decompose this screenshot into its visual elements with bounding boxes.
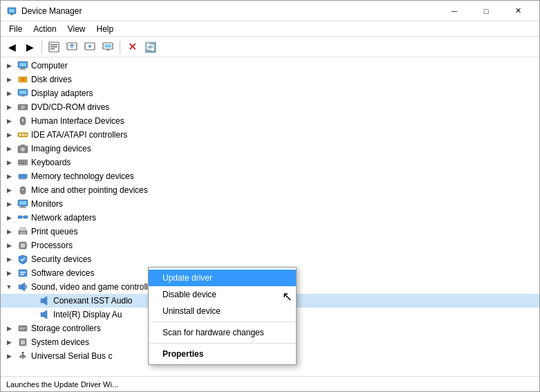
tree-item-network[interactable]: ▶ Network adapters	[1, 211, 539, 225]
maximize-button[interactable]: □	[470, 1, 502, 21]
memory-label: Memory technology devices	[31, 171, 134, 181]
update-driver-button[interactable]	[64, 39, 80, 55]
expand-software[interactable]: ▶	[3, 268, 15, 279]
svg-rect-78	[22, 328, 26, 328]
expand-mice[interactable]: ▶	[3, 185, 15, 196]
expand-imaging[interactable]: ▶	[3, 143, 15, 154]
svg-rect-58	[24, 216, 28, 218]
expand-security[interactable]: ▶	[3, 254, 15, 265]
tree-item-mice[interactable]: ▶ Mice and other pointing devices	[1, 183, 539, 197]
ctx-scan-hardware[interactable]: Scan for hardware changes	[149, 324, 296, 341]
tree-item-computer[interactable]: ▶ Computer	[1, 59, 539, 73]
disable-icon	[84, 41, 96, 53]
svg-rect-81	[21, 340, 25, 344]
disable-button[interactable]	[82, 39, 98, 55]
svg-rect-6	[50, 48, 55, 50]
expand-usb[interactable]: ▶	[3, 351, 15, 362]
disk-icon	[17, 74, 28, 85]
svg-point-20	[22, 79, 24, 80]
display-label: Display adapters	[31, 88, 93, 98]
properties-button[interactable]	[46, 39, 62, 55]
menu-action[interactable]: Action	[28, 23, 62, 35]
expand-display[interactable]: ▶	[3, 88, 15, 99]
svg-rect-66	[19, 244, 19, 245]
tree-item-monitors[interactable]: ▶ Monitors	[1, 197, 539, 211]
svg-point-30	[19, 134, 21, 136]
svg-point-84	[20, 356, 22, 358]
menu-view[interactable]: View	[62, 23, 91, 35]
expand-computer[interactable]: ▶	[3, 60, 15, 71]
content-area: ▶ Computer ▶ Disk drives ▶ Di	[1, 57, 539, 376]
tree-item-memory[interactable]: ▶ Memory technology devices	[1, 169, 539, 183]
ctx-update-driver[interactable]: Update driver	[149, 270, 296, 286]
svg-rect-1	[9, 9, 15, 12]
expand-hid[interactable]: ▶	[3, 115, 15, 127]
mice-label: Mice and other pointing devices	[31, 185, 148, 195]
display-icon	[17, 88, 28, 99]
ctx-separator-1	[149, 321, 296, 322]
network-icon	[17, 212, 28, 223]
menu-file[interactable]: File	[3, 23, 28, 35]
svg-rect-22	[19, 91, 26, 94]
tree-item-ide[interactable]: ▶ IDE ATA/ATAPI controllers	[1, 128, 539, 142]
svg-rect-74	[41, 299, 44, 303]
scan-button[interactable]: 🔄	[142, 39, 158, 55]
expand-monitors[interactable]: ▶	[3, 198, 15, 209]
expand-print[interactable]: ▶	[3, 226, 15, 237]
svg-rect-46	[21, 178, 21, 180]
uninstall-button[interactable]: ✕	[124, 39, 140, 55]
expand-dvd[interactable]: ▶	[3, 102, 15, 113]
computer-icon	[17, 60, 28, 71]
tree-item-processors[interactable]: ▶ Processors	[1, 239, 539, 252]
svg-rect-61	[20, 227, 26, 231]
svg-rect-45	[19, 178, 20, 180]
menu-help[interactable]: Help	[91, 23, 120, 35]
expand-storage[interactable]: ▶	[3, 323, 15, 334]
dvd-label: DVD/CD-ROM drives	[31, 102, 109, 112]
back-button[interactable]: ◀	[3, 39, 20, 55]
close-button[interactable]: ✕	[502, 1, 534, 21]
svg-point-32	[25, 134, 27, 136]
expand-sound[interactable]: ▼	[3, 281, 15, 292]
system-icon	[17, 337, 28, 348]
minimize-button[interactable]: ─	[438, 1, 470, 21]
monitor-button[interactable]	[100, 39, 116, 55]
svg-rect-36	[18, 160, 28, 165]
expand-disk[interactable]: ▶	[3, 74, 15, 85]
toolbar-separator-1	[41, 40, 42, 54]
print-label: Print queues	[31, 227, 77, 236]
expand-system[interactable]: ▶	[3, 337, 15, 348]
tree-item-display[interactable]: ▶ Display adapters	[1, 86, 539, 100]
svg-rect-56	[19, 207, 26, 208]
ctx-disable-device[interactable]: Disable device	[149, 286, 296, 303]
expand-ide[interactable]: ▶	[3, 129, 15, 140]
expand-network[interactable]: ▶	[3, 212, 15, 223]
window-title: Device Manager	[21, 6, 438, 16]
tree-item-dvd[interactable]: ▶ DVD/CD-ROM drives	[1, 100, 539, 114]
svg-rect-49	[25, 178, 26, 180]
svg-point-52	[22, 189, 24, 191]
tree-item-keyboards[interactable]: ▶ Keyboards	[1, 156, 539, 169]
monitors-label: Monitors	[31, 199, 63, 209]
svg-rect-16	[21, 68, 25, 69]
svg-rect-15	[19, 63, 26, 66]
tree-item-security[interactable]: ▶ Security devices	[1, 252, 539, 266]
tree-item-hid[interactable]: ▶ Human Interface Devices	[1, 114, 539, 128]
memory-icon	[17, 171, 28, 182]
tree-item-print[interactable]: ▶ Print queues	[1, 225, 539, 239]
keyboards-label: Keyboards	[31, 158, 71, 167]
ctx-properties[interactable]: Properties	[149, 346, 296, 362]
forward-button[interactable]: ▶	[21, 39, 38, 55]
status-text: Launches the Update Driver Wi...	[6, 380, 118, 389]
tree-item-imaging[interactable]: ▶ Imaging devices	[1, 142, 539, 156]
expand-processors[interactable]: ▶	[3, 240, 15, 251]
ctx-uninstall-device[interactable]: Uninstall device	[149, 303, 296, 319]
tree-item-disk[interactable]: ▶ Disk drives	[1, 73, 539, 86]
svg-rect-23	[21, 95, 25, 97]
device-manager-window: Device Manager ─ □ ✕ File Action View He…	[0, 0, 540, 392]
svg-rect-13	[106, 49, 109, 50]
svg-rect-42	[21, 163, 24, 165]
svg-rect-62	[20, 232, 26, 233]
expand-keyboards[interactable]: ▶	[3, 157, 15, 168]
expand-memory[interactable]: ▶	[3, 171, 15, 182]
